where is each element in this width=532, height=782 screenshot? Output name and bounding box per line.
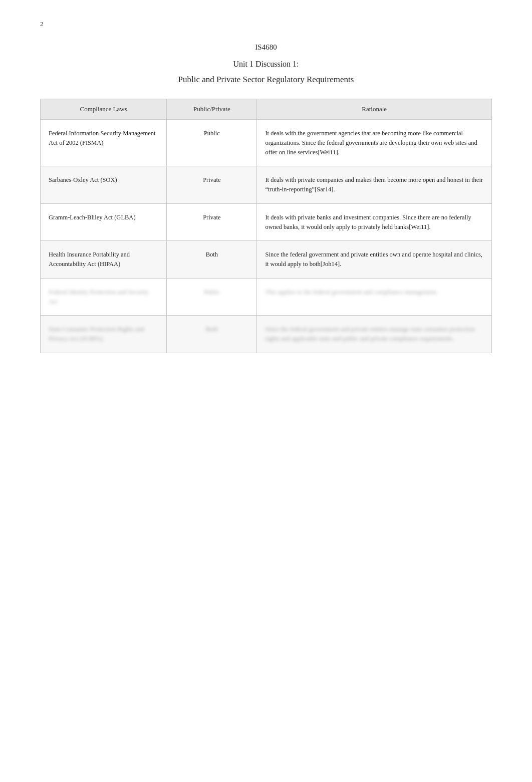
cell-type: Public [167,120,257,166]
cell-type: Public [167,278,257,316]
cell-rationale: Since the federal government and private… [257,241,492,279]
table-row: State Consumer Protection Rights and Pri… [41,316,492,353]
table-row: Sarbanes-Oxley Act (SOX)PrivateIt deals … [41,166,492,204]
cell-law: Sarbanes-Oxley Act (SOX) [41,166,167,204]
cell-rationale: It deals with the government agencies th… [257,120,492,166]
cell-rationale: This applies to the federal government a… [257,278,492,316]
cell-type: Both [167,316,257,353]
cell-type: Both [167,241,257,279]
cell-law: Federal Identity Protection and Security… [41,278,167,316]
cell-law: Health Insurance Portability and Account… [41,241,167,279]
header-public-private: Public/Private [167,99,257,120]
compliance-table: Compliance Laws Public/Private Rationale… [40,99,492,353]
doc-heading: Public and Private Sector Regulatory Req… [40,75,492,85]
page-number: 2 [40,20,492,28]
cell-rationale: It deals with private banks and investme… [257,203,492,241]
header-compliance-laws: Compliance Laws [41,99,167,120]
table-row: Gramm-Leach-Bliley Act (GLBA)PrivateIt d… [41,203,492,241]
cell-law: Gramm-Leach-Bliley Act (GLBA) [41,203,167,241]
table-row: Health Insurance Portability and Account… [41,241,492,279]
cell-type: Private [167,166,257,204]
doc-title: IS4680 [40,43,492,52]
cell-rationale: Since the federal government and private… [257,316,492,353]
table-row: Federal Identity Protection and Security… [41,278,492,316]
doc-subtitle: Unit 1 Discussion 1: [40,60,492,69]
header-rationale: Rationale [257,99,492,120]
cell-law: Federal Information Security Management … [41,120,167,166]
table-header-row: Compliance Laws Public/Private Rationale [41,99,492,120]
cell-type: Private [167,203,257,241]
table-row: Federal Information Security Management … [41,120,492,166]
cell-rationale: It deals with private companies and make… [257,166,492,204]
cell-law: State Consumer Protection Rights and Pri… [41,316,167,353]
